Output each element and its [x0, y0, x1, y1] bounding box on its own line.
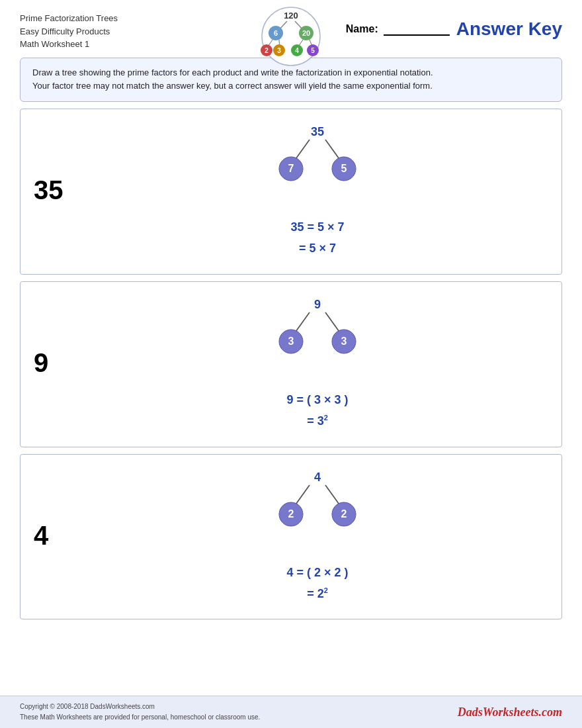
svg-line-21	[294, 140, 310, 161]
svg-line-28	[294, 312, 310, 334]
tree-area-1: 35 7 5 35 = 5 × 7 = 5 × 7	[87, 121, 548, 259]
svg-text:120: 120	[284, 11, 298, 21]
eq-line2-base-2: = 3	[307, 414, 324, 428]
problem-number-3: 4	[34, 521, 87, 551]
footer-copyright: Copyright © 2008-2018 DadsWorksheets.com	[20, 702, 260, 712]
name-label: Name:	[346, 23, 378, 35]
svg-text:3: 3	[288, 336, 294, 347]
svg-text:5: 5	[341, 163, 347, 174]
footer-usage: These Math Worksheets are provided for p…	[20, 712, 260, 723]
svg-text:3: 3	[277, 47, 281, 54]
svg-text:2: 2	[265, 47, 269, 54]
svg-text:4: 4	[295, 47, 299, 54]
instruction-line2: Your factor tree may not match the answe…	[32, 79, 550, 93]
svg-line-35	[294, 485, 310, 506]
svg-text:9: 9	[314, 298, 321, 311]
svg-text:5: 5	[311, 47, 315, 54]
footer-brand-worksheets: Worksheets	[483, 705, 539, 719]
tree-svg-1: 35 7 5	[251, 121, 384, 207]
svg-text:3: 3	[341, 336, 347, 347]
eq-line2-base-3: = 2	[307, 587, 324, 600]
title-line2: Easy Difficulty Products	[20, 25, 291, 38]
eq-line1-2: 9 = ( 3 × 3 )	[286, 389, 348, 410]
problem-number-2: 9	[34, 348, 87, 378]
factor-eq-3: 4 = ( 2 × 2 ) = 22	[286, 562, 348, 605]
factor-eq-1: 35 = 5 × 7 = 5 × 7	[290, 216, 344, 259]
name-underline	[384, 23, 450, 36]
eq-line2-3: = 22	[286, 583, 348, 604]
svg-text:4: 4	[314, 471, 321, 484]
svg-text:35: 35	[311, 125, 324, 138]
svg-text:2: 2	[288, 508, 294, 520]
logo-tree-container: 120 6 20 2 3	[255, 7, 327, 69]
eq-line2-exp-3: 2	[324, 586, 328, 594]
problem-box-2: 9 9 3 3 9 = ( 3 × 3 ) = 32	[20, 281, 562, 447]
footer-brand-domain: .com	[539, 705, 563, 719]
svg-line-22	[325, 140, 341, 161]
problem-box-3: 4 4 2 2 4 = ( 2 × 2 ) = 22	[20, 454, 562, 620]
footer: Copyright © 2008-2018 DadsWorksheets.com…	[0, 696, 582, 728]
svg-line-29	[325, 312, 341, 334]
svg-text:20: 20	[302, 29, 310, 37]
problems-area: 35 35 7 5 35 = 5 × 7	[20, 109, 562, 619]
footer-brand: DadsWorksheets.com	[458, 705, 562, 719]
tree-svg-2: 9 3 3	[251, 294, 384, 380]
footer-left: Copyright © 2008-2018 DadsWorksheets.com…	[20, 702, 260, 723]
logo-tree-svg: 120 6 20 2 3	[255, 7, 327, 66]
header: Prime Factorization Trees Easy Difficult…	[0, 0, 582, 58]
header-left: Prime Factorization Trees Easy Difficult…	[20, 12, 291, 51]
tree-svg-3: 4 2 2	[251, 467, 384, 553]
page: Prime Factorization Trees Easy Difficult…	[0, 0, 582, 728]
svg-text:7: 7	[288, 163, 294, 174]
problem-number-1: 35	[34, 175, 87, 205]
answer-key-label: Answer Key	[456, 19, 562, 40]
svg-line-36	[325, 485, 341, 506]
eq-line1-1: 35 = 5 × 7	[290, 216, 344, 238]
title-line1: Prime Factorization Trees	[20, 12, 291, 25]
title-line3: Math Worksheet 1	[20, 38, 291, 51]
eq-line2-exp-2: 2	[324, 414, 328, 422]
eq-line2-2: = 32	[286, 410, 348, 432]
svg-text:6: 6	[274, 29, 278, 37]
problem-box-1: 35 35 7 5 35 = 5 × 7	[20, 109, 562, 275]
svg-text:2: 2	[341, 508, 347, 520]
header-right: Name: Answer Key	[291, 12, 562, 40]
tree-area-3: 4 2 2 4 = ( 2 × 2 ) = 22	[87, 467, 548, 605]
eq-line2-1: = 5 × 7	[290, 238, 344, 259]
eq-line1-3: 4 = ( 2 × 2 )	[286, 562, 348, 583]
footer-brand-dads: Dads	[458, 705, 483, 719]
factor-eq-2: 9 = ( 3 × 3 ) = 32	[286, 389, 348, 432]
tree-area-2: 9 3 3 9 = ( 3 × 3 ) = 32	[87, 294, 548, 432]
